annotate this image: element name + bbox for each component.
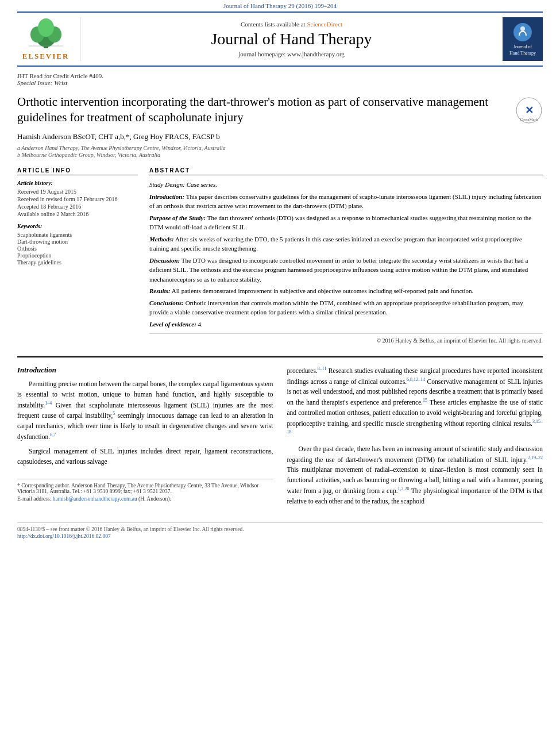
elsevier-logo: ELSEVIER xyxy=(17,17,80,61)
purpose-row: Purpose of the Study: The dart throwers'… xyxy=(149,213,543,232)
keywords-label: Keywords: xyxy=(17,223,138,229)
evidence-text: 4. xyxy=(198,321,203,328)
elsevier-tree-icon xyxy=(23,17,69,51)
special-issue-line: Special Issue: Wrist xyxy=(17,79,543,86)
authors-text: Hamish Anderson BScOT, CHT a,b,*, Greg H… xyxy=(17,132,220,141)
affiliations: a Anderson Hand Therapy, The Avenue Phys… xyxy=(17,145,543,158)
evidence-row: Level of evidence: 4. xyxy=(149,320,543,329)
top-bar: Journal of Hand Therapy 29 (2016) 199–20… xyxy=(0,0,560,11)
journal-homepage: journal homepage: www.jhandtherapy.org xyxy=(238,51,345,57)
bottom-bar: 0894-1130/$ – see front matter © 2016 Ha… xyxy=(17,522,543,545)
discussion-label: Discussion: xyxy=(149,257,180,264)
intro-heading: Introduction xyxy=(17,366,273,375)
svg-point-4 xyxy=(38,18,54,37)
footnote-section: * Corresponding author. Anderson Hand Th… xyxy=(17,479,273,502)
purpose-text: The dart throwers' orthosis (DTO) was de… xyxy=(149,214,531,231)
top-bar-text: Journal of Hand Therapy 29 (2016) 199–20… xyxy=(223,2,337,9)
conclusions-label: Conclusions: xyxy=(149,299,184,306)
keyword-4: Proprioception xyxy=(17,252,138,259)
doi-text: http://dx.doi.org/10.1016/j.jht.2016.02.… xyxy=(17,533,111,539)
results-row: Results: All patients demonstrated impro… xyxy=(149,286,543,296)
available-date: Available online 2 March 2016 xyxy=(17,211,138,217)
study-design-line: Study Design: Case series. xyxy=(149,180,543,190)
two-col-body: Introduction Permitting precise motion b… xyxy=(17,366,543,511)
bottom-doi[interactable]: http://dx.doi.org/10.1016/j.jht.2016.02.… xyxy=(17,533,543,539)
header-section: ELSEVIER Contents lists available at Sci… xyxy=(17,11,543,67)
logo-line2: Hand Therapy xyxy=(509,51,536,56)
copyright-text: © 2016 Hanley & Belfus, an imprint of El… xyxy=(377,337,543,344)
sciencedirect-link[interactable]: ScienceDirect xyxy=(307,21,342,28)
svg-text:✕: ✕ xyxy=(525,105,534,116)
footnote-corresponding: * Corresponding author. Anderson Hand Th… xyxy=(17,483,273,494)
body-right-col: procedures.8–11 Research studies evaluat… xyxy=(287,366,543,511)
body-paragraph-2: Surgical management of SLIL injuries inc… xyxy=(17,447,273,467)
intro-row: Introduction: This paper describes conse… xyxy=(149,192,543,211)
conclusions-text: Orthotic intervention that controls moti… xyxy=(149,299,523,316)
header-center: Contents lists available at ScienceDirec… xyxy=(80,17,503,61)
jht-credit-text: JHT Read for Credit Article #409. xyxy=(17,72,103,79)
abstract-content: Study Design: Case series. Introduction:… xyxy=(149,180,543,345)
email-suffix: (H. Anderson). xyxy=(138,496,171,502)
methods-row: Methods: After six weeks of wearing the … xyxy=(149,234,543,253)
discussion-text: The DTO was designed to incorporate cont… xyxy=(149,257,528,283)
special-issue-text: Special Issue: Wrist xyxy=(17,79,67,86)
conclusions-row: Conclusions: Orthotic intervention that … xyxy=(149,298,543,317)
body-right-paragraph-1: procedures.8–11 Research studies evaluat… xyxy=(287,366,543,440)
body-left-col: Introduction Permitting precise motion b… xyxy=(17,366,273,511)
article-info-label: Article Info xyxy=(17,167,138,175)
svg-point-6 xyxy=(513,23,532,41)
purpose-label: Purpose of the Study: xyxy=(149,214,206,221)
logo-line1: Journal of xyxy=(513,44,532,50)
keyword-5: Therapy guidelines xyxy=(17,259,138,266)
accepted-date: Accepted 18 February 2016 xyxy=(17,203,138,210)
copyright-line: © 2016 Hanley & Belfus, an imprint of El… xyxy=(149,333,543,345)
methods-text: After six weeks of wearing the DTO, the … xyxy=(149,236,522,252)
results-text: All patients demonstrated improvement in… xyxy=(172,287,473,294)
study-design-text: Study Design: Case series. xyxy=(149,181,217,188)
main-content: JHT Read for Credit Article #409. Specia… xyxy=(0,72,560,545)
journal-logo-icon xyxy=(512,22,533,43)
discussion-row: Discussion: The DTO was designed to inco… xyxy=(149,256,543,284)
bottom-issn: 0894-1130/$ – see front matter © 2016 Ha… xyxy=(17,526,543,532)
evidence-label: Level of evidence: xyxy=(149,321,196,328)
affiliation-a: a Anderson Hand Therapy, The Avenue Phys… xyxy=(17,145,543,151)
keyword-2: Dart-throwing motion xyxy=(17,239,138,245)
history-label: Article history: xyxy=(17,180,138,186)
affiliation-b: b Melbourne Orthopaedic Group, Windsor, … xyxy=(17,152,543,158)
body-right-paragraph-2: Over the past decade, there has been an … xyxy=(287,444,543,507)
svg-point-7 xyxy=(520,26,525,31)
jht-credit-line: JHT Read for Credit Article #409. xyxy=(17,72,543,79)
authors-line: Hamish Anderson BScOT, CHT a,b,*, Greg H… xyxy=(17,132,543,141)
journal-title-header: Journal of Hand Therapy xyxy=(211,30,372,48)
abstract-column: Abstract Study Design: Case series. Intr… xyxy=(149,167,543,345)
elsevier-brand-text: ELSEVIER xyxy=(22,52,69,61)
abstract-heading: Abstract xyxy=(149,167,543,175)
crossmark-icon: ✕ CrossMark xyxy=(515,97,543,126)
intro-label: Introduction: xyxy=(149,193,184,200)
intro-text: This paper describes conservative guidel… xyxy=(149,193,541,210)
keyword-3: Orthosis xyxy=(17,245,138,252)
received-date: Received 19 August 2015 xyxy=(17,189,138,195)
left-column: Article Info Article history: Received 1… xyxy=(17,167,138,345)
sciencedirect-prefix: Contents lists available at xyxy=(241,21,307,28)
keyword-1: Scapholunate ligaments xyxy=(17,232,138,238)
email-address[interactable]: hamish@andersonhandtherapy.com.au xyxy=(53,496,137,502)
footnote-email: E-mail address: hamish@andersonhandthera… xyxy=(17,496,273,502)
sciencedirect-line: Contents lists available at ScienceDirec… xyxy=(241,21,342,28)
methods-label: Methods: xyxy=(149,236,174,243)
body-paragraph-1: Permitting precise motion between the ca… xyxy=(17,379,273,442)
results-label: Results: xyxy=(149,287,171,294)
columns-section: Article Info Article history: Received 1… xyxy=(17,167,543,345)
journal-logo-box: Journal of Hand Therapy xyxy=(503,17,543,61)
body-section: Introduction Permitting precise motion b… xyxy=(17,356,543,511)
revised-date: Received in revised form 17 February 201… xyxy=(17,196,138,202)
article-title: Orthotic intervention incorporating the … xyxy=(17,94,508,126)
svg-text:CrossMark: CrossMark xyxy=(520,117,538,122)
email-label: E-mail address: xyxy=(17,496,51,502)
